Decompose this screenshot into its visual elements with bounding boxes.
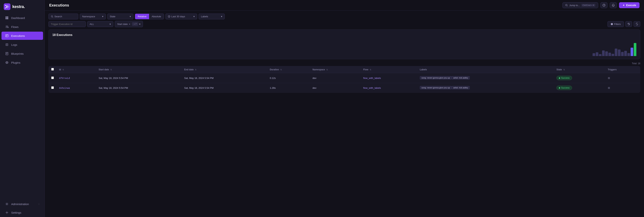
row-triggers: ⊞: [605, 73, 640, 83]
label-tag: song: never-gonna-give-you-up: [420, 76, 452, 79]
row-end-date: Sat, May 18, 2024 5:54 PM: [182, 73, 267, 83]
svg-point-11: [566, 4, 567, 6]
logo-text: kestra.: [12, 4, 25, 9]
executions-icon: [5, 34, 8, 37]
keyboard-shortcut: Ctrl/Cmd + K: [582, 4, 595, 7]
time-mode-group: Relative Absolute: [135, 13, 164, 19]
mute-button[interactable]: [625, 21, 632, 27]
state-dot: [559, 77, 560, 79]
row-checkbox[interactable]: [51, 76, 54, 79]
sidebar-item-logs[interactable]: Logs: [2, 40, 43, 49]
topbar: Executions Jump to... Ctrl/Cmd + K: [45, 0, 644, 10]
plugins-icon: [5, 61, 8, 64]
chart-bar: [630, 48, 633, 56]
sidebar-item-label: Blueprints: [11, 52, 24, 55]
main-content: Executions Jump to... Ctrl/Cmd + K: [45, 0, 644, 217]
svg-rect-4: [7, 18, 8, 19]
remove-start-date-button[interactable]: ×: [129, 23, 130, 25]
jump-to-button[interactable]: Jump to... Ctrl/Cmd + K: [562, 2, 598, 8]
label-tag: artist: rick-astley: [452, 86, 470, 89]
row-state: Success: [554, 73, 605, 83]
state-filter[interactable]: State ▾: [107, 13, 134, 19]
label-tag: artist: rick-astley: [452, 76, 470, 79]
plus-filter-badge[interactable]: + 7: [132, 22, 138, 26]
filter-row-1: Search Namespace ▾ State ▾ Relative Abso…: [48, 13, 640, 19]
row-checkbox[interactable]: [51, 86, 54, 89]
namespace-filter[interactable]: Namespace ▾: [80, 13, 106, 19]
executions-chart: [592, 41, 636, 56]
date-range-filter[interactable]: Last 30 days ▾: [166, 13, 197, 19]
chart-bar: [596, 52, 598, 56]
sidebar-item-plugins[interactable]: Plugins: [2, 58, 43, 67]
chevron-down-icon: ▾: [130, 15, 131, 18]
chevron-down-icon: ▾: [139, 23, 140, 25]
sidebar-item-label: Plugins: [11, 61, 20, 64]
svg-point-9: [6, 204, 7, 204]
filters-button[interactable]: Filters: [608, 21, 624, 27]
chart-bar: [618, 49, 620, 56]
sidebar-item-blueprints[interactable]: Blueprints: [2, 49, 43, 58]
database-icon: [611, 23, 613, 25]
state-dot: [559, 87, 560, 89]
sidebar-item-executions[interactable]: Executions: [2, 32, 43, 40]
col-end-date: End date ⇅: [182, 66, 267, 73]
state-badge: Success: [556, 76, 572, 80]
labels-filter[interactable]: Labels ▾: [199, 13, 225, 19]
page-title: Executions: [49, 3, 69, 7]
row-duration: 0.12s: [267, 73, 310, 83]
execution-id-link[interactable]: 4vhxi×wa: [59, 87, 70, 89]
execute-button[interactable]: Execute: [619, 2, 640, 8]
refresh-icon: [636, 23, 638, 25]
table-body: 47VrvvLd Sat, May 18, 2024 5:54 PM Sat, …: [49, 73, 640, 93]
sidebar: kestra. Dashboard Flows Executions Logs: [0, 0, 45, 217]
state-badge: Success: [556, 86, 572, 90]
select-all-header: [49, 66, 57, 73]
chart-bar: [628, 53, 630, 56]
chart-bar: [592, 53, 595, 56]
search-filter[interactable]: Search: [48, 13, 78, 19]
row-id: 4vhxi×wa: [56, 83, 96, 93]
trigger-icon: ⊞: [608, 76, 610, 79]
col-state: State ⇅: [554, 66, 605, 73]
sidebar-item-administration[interactable]: Administration ›: [2, 200, 43, 208]
row-duration: 1.28s: [267, 83, 310, 93]
absolute-button[interactable]: Absolute: [149, 14, 164, 19]
help-button[interactable]: [600, 2, 608, 8]
chevron-down-icon: ▾: [194, 15, 195, 18]
chart-bar: [602, 50, 605, 56]
logs-icon: [5, 43, 8, 46]
sidebar-item-settings[interactable]: Settings: [2, 209, 43, 217]
flows-icon: [5, 25, 8, 28]
svg-rect-1: [6, 16, 7, 18]
col-namespace: Namespace ⇅: [310, 66, 360, 73]
row-start-date: Sat, May 18, 2024 5:54 PM: [96, 73, 182, 83]
trigger-execution-id-input[interactable]: [48, 21, 86, 27]
label-tag: song: never-gonna-give-you-up: [420, 86, 452, 89]
all-filter[interactable]: ALL ▾: [87, 21, 113, 27]
flow-link[interactable]: flow_with_labels: [363, 87, 381, 89]
row-state: Success: [554, 83, 605, 93]
sidebar-item-label: Dashboard: [11, 16, 25, 19]
chart-bar: [608, 53, 611, 56]
filter-row-2: ALL ▾ Start date × + 7 ▾ Filters: [48, 21, 640, 27]
row-checkbox-cell: [49, 73, 57, 83]
notification-button[interactable]: [610, 2, 617, 8]
flow-link[interactable]: flow_with_labels: [363, 77, 381, 79]
relative-button[interactable]: Relative: [135, 14, 149, 19]
chart-bar: [612, 54, 614, 56]
svg-point-12: [603, 4, 605, 6]
sidebar-item-label: Administration: [11, 203, 29, 206]
row-namespace: dev: [310, 73, 360, 83]
execution-id-link[interactable]: 47VrvvLd: [59, 77, 70, 79]
clock-icon: [168, 15, 170, 18]
chevron-down-icon: ▾: [110, 23, 111, 25]
select-all-checkbox[interactable]: [51, 68, 54, 70]
sidebar-item-flows[interactable]: Flows: [2, 23, 43, 31]
refresh-button[interactable]: [634, 21, 640, 27]
chart-bar: [634, 43, 636, 56]
dashboard-icon: [5, 16, 8, 19]
chevron-down-icon: ▾: [102, 15, 104, 18]
sidebar-item-dashboard[interactable]: Dashboard: [2, 14, 43, 22]
executions-table: Id ⇅ Start date ⇅ End date ⇅ Duration ⇅ …: [48, 66, 640, 93]
trigger-icon: ⊞: [608, 86, 610, 89]
